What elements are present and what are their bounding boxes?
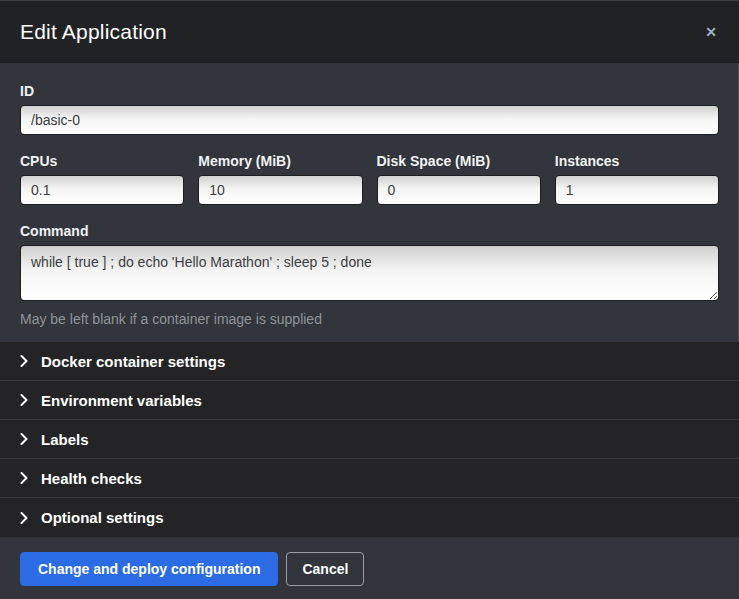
cpus-field-group: CPUs [20,153,184,205]
section-health-checks[interactable]: Health checks [0,459,739,498]
section-environment-variables[interactable]: Environment variables [0,381,739,420]
memory-label: Memory (MiB) [198,153,362,169]
modal-footer: Change and deploy configuration Cancel [0,537,739,599]
chevron-right-icon [20,433,28,445]
chevron-right-icon [20,394,28,406]
memory-field-group: Memory (MiB) [198,153,362,205]
change-and-deploy-button[interactable]: Change and deploy configuration [20,552,278,586]
chevron-right-icon [20,512,28,524]
instances-field-group: Instances [555,153,719,205]
id-input[interactable] [20,105,719,135]
section-optional-settings[interactable]: Optional settings [0,498,739,537]
page-title: Edit Application [20,20,703,44]
instances-input[interactable] [555,175,719,205]
resource-row: CPUs Memory (MiB) Disk Space (MiB) Insta… [20,153,719,205]
modal-body: ID CPUs Memory (MiB) Disk Space (MiB) In… [0,63,739,342]
chevron-right-icon [20,355,28,367]
chevron-right-icon [20,472,28,484]
section-docker-container-settings[interactable]: Docker container settings [0,342,739,381]
edit-application-modal: Edit Application ✕ ID CPUs Memory (MiB) … [0,0,739,599]
accordion-sections: Docker container settings Environment va… [0,342,739,537]
modal-header: Edit Application ✕ [0,1,739,63]
section-label: Environment variables [41,392,202,409]
command-help-text: May be left blank if a container image i… [20,311,719,327]
section-label: Docker container settings [41,353,225,370]
cancel-button[interactable]: Cancel [286,552,364,586]
id-field-group: ID [20,83,719,135]
disk-field-group: Disk Space (MiB) [377,153,541,205]
cpus-input[interactable] [20,175,184,205]
close-icon[interactable]: ✕ [703,21,719,43]
command-label: Command [20,223,719,239]
section-label: Labels [41,431,89,448]
disk-label: Disk Space (MiB) [377,153,541,169]
cpus-label: CPUs [20,153,184,169]
command-textarea[interactable]: while [ true ] ; do echo 'Hello Marathon… [20,245,719,301]
id-label: ID [20,83,719,99]
section-labels[interactable]: Labels [0,420,739,459]
section-label: Health checks [41,470,142,487]
disk-input[interactable] [377,175,541,205]
memory-input[interactable] [198,175,362,205]
section-label: Optional settings [41,509,164,526]
command-field-group: Command while [ true ] ; do echo 'Hello … [20,223,719,327]
instances-label: Instances [555,153,719,169]
